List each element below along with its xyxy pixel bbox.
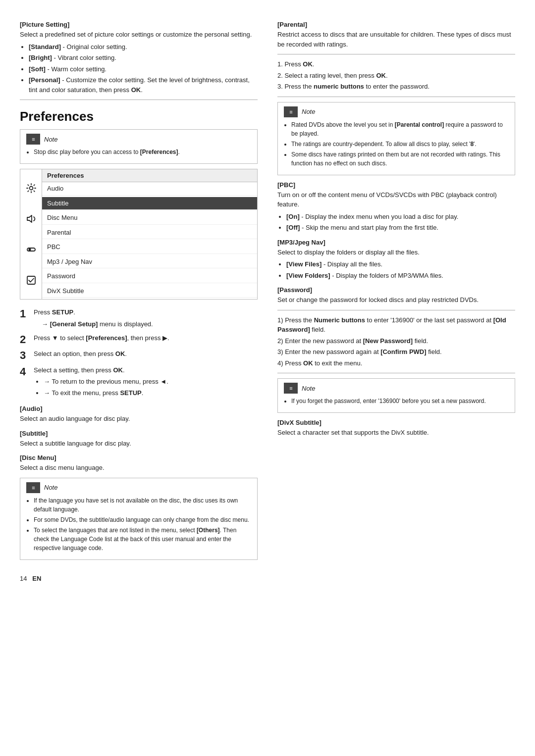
parental-section: [Parental] Restrict access to discs that… [277, 21, 515, 97]
divx-heading: [DivX Subtitle] [277, 419, 515, 426]
list-item: Rated DVDs above the level you set in [P… [291, 120, 509, 138]
gear-icon [24, 181, 38, 195]
preferences-menu: Preferences Audio Subtitle Disc Menu Par… [42, 169, 257, 299]
pref-menu-item-parental[interactable]: Parental [42, 226, 257, 240]
list-item: If you forget the password, enter '13690… [291, 397, 509, 405]
checkbox-icon [24, 273, 38, 287]
note-label: Note [44, 136, 57, 143]
password-desc: Set or change the password for locked di… [277, 295, 515, 305]
pref-menu-item-pbc[interactable]: PBC [42, 241, 257, 254]
svg-point-2 [28, 249, 31, 251]
mp3-list: [View Files] - Display all the files. [V… [286, 259, 515, 280]
mp3-desc: Select to display the folders or display… [277, 248, 515, 257]
svg-rect-1 [27, 248, 35, 251]
step-2: 2 Press ▼ to select [Preferences], then … [20, 333, 258, 346]
pbc-section: [PBC] Turn on or off the content menu of… [277, 181, 515, 233]
pbc-heading: [PBC] [277, 181, 515, 189]
note-label-3: Note [302, 108, 315, 115]
note-list-2: If the language you have set is not avai… [34, 496, 251, 553]
list-item: For some DVDs, the subtitle/audio langua… [34, 515, 251, 524]
picture-setting-list: [Standard] - Original color setting. [Br… [29, 42, 258, 95]
password-steps: 1) Press the Numeric buttons to enter '1… [277, 315, 515, 368]
list-item: [Standard] - Original color setting. [29, 42, 258, 52]
disc-menu-heading: [Disc Menu] [20, 454, 258, 461]
pref-menu-item-disc-menu[interactable]: Disc Menu [42, 211, 257, 225]
preferences-heading: Preferences [20, 109, 258, 124]
pref-menu-title: Preferences [42, 169, 257, 182]
list-item: [View Folders] - Display the folders of … [286, 271, 515, 281]
pref-menu-item-password[interactable]: Password [42, 270, 257, 283]
preferences-table: Preferences Audio Subtitle Disc Menu Par… [20, 169, 258, 300]
parental-step-2: 2. Select a rating level, then press OK. [277, 71, 515, 81]
list-item: To select the languages that are not lis… [34, 526, 251, 553]
pref-menu-item-subtitle[interactable]: Subtitle [42, 197, 257, 210]
parental-desc: Restrict access to discs that are unsuit… [277, 30, 515, 49]
note-box-3: ≡ Note Rated DVDs above the level you se… [277, 102, 515, 175]
note-list-3: Rated DVDs above the level you set in [P… [291, 120, 509, 168]
page-footer: 14 EN [20, 575, 258, 582]
divider [277, 97, 515, 97]
parental-steps: 1. Press OK. 2. Select a rating level, t… [277, 59, 515, 92]
list-item: To return to the previous menu, press ◄. [44, 377, 258, 387]
pwd-step-2: 2) Enter the new password at [New Passwo… [277, 336, 515, 346]
step-1: 1 Press SETUP. [General Setup] menu is d… [20, 307, 258, 330]
note-box-4: ≡ Note If you forget the password, enter… [277, 378, 515, 413]
list-item: [On] - Display the index menu when you l… [286, 212, 515, 222]
audio-heading: [Audio] [20, 405, 258, 412]
audio-section: [Audio] Select an audio language for dis… [20, 405, 258, 424]
note-header: ≡ Note [26, 134, 251, 145]
subtitle-desc: Select a subtitle language for disc play… [20, 439, 258, 449]
note-icon-3: ≡ [284, 106, 298, 117]
subtitle-section: [Subtitle] Select a subtitle language fo… [20, 430, 258, 449]
list-item: [Soft] - Warm color setting. [29, 64, 258, 74]
disc-menu-section: [Disc Menu] Select a disc menu language. [20, 454, 258, 473]
picture-setting-section: [Picture Setting] Select a predefined se… [20, 21, 258, 95]
disc-menu-desc: Select a disc menu language. [20, 463, 258, 473]
right-column: [Parental] Restrict access to discs that… [277, 15, 515, 582]
toggle-icon [24, 243, 38, 256]
picture-setting-intro: Select a predefined set of picture color… [20, 30, 258, 40]
pref-menu-item-divx[interactable]: DivX Subtitle [42, 285, 257, 298]
note-list: Stop disc play before you can access to … [34, 148, 251, 156]
speaker-icon [24, 212, 38, 226]
footer-lang: EN [32, 575, 41, 582]
password-heading: [Password] [277, 286, 515, 294]
step-4: 4 Select a setting, then press OK. To re… [20, 365, 258, 400]
footer-num: 14 [20, 575, 27, 582]
list-item: To exit the menu, press SETUP. [44, 388, 258, 398]
list-item: [View Files] - Display all the files. [286, 259, 515, 269]
step-4-bullets: To return to the previous menu, press ◄.… [44, 377, 258, 398]
parental-heading: [Parental] [277, 21, 515, 28]
list-item: [Personal] - Customize the color setting… [29, 75, 258, 95]
divider [277, 54, 515, 54]
parental-step-1: 1. Press OK. [277, 59, 515, 69]
pbc-list: [On] - Display the index menu when you l… [286, 212, 515, 233]
divider [20, 100, 258, 100]
pref-menu-item-audio[interactable]: Audio [42, 182, 257, 196]
list-item: [Bright] - Vibrant color setting. [29, 53, 258, 63]
list-item: Stop disc play before you can access to … [34, 148, 251, 156]
audio-desc: Select an audio language for disc play. [20, 414, 258, 424]
divx-desc: Select a character set that supports the… [277, 428, 515, 438]
svg-point-0 [29, 187, 33, 190]
pref-menu-item-mp3[interactable]: Mp3 / Jpeg Nav [42, 255, 257, 269]
note-icon: ≡ [26, 134, 40, 145]
note-icon-2: ≡ [26, 482, 40, 493]
note-box-1: ≡ Note Stop disc play before you can acc… [20, 129, 258, 164]
note-list-4: If you forget the password, enter '13690… [291, 397, 509, 405]
pref-icons [20, 169, 42, 299]
left-column: [Picture Setting] Select a predefined se… [20, 15, 258, 582]
note-label-4: Note [302, 385, 315, 392]
note-header-4: ≡ Note [284, 383, 509, 394]
list-item: The ratings are country-dependent. To al… [291, 140, 509, 149]
pwd-step-1: 1) Press the Numeric buttons to enter '1… [277, 315, 515, 335]
note-header-2: ≡ Note [26, 482, 251, 493]
list-item: If the language you have set is not avai… [34, 496, 251, 514]
step-3: 3 Select an option, then press OK. [20, 349, 258, 362]
list-item: [Off] - Skip the menu and start play fro… [286, 223, 515, 233]
note-box-2: ≡ Note If the language you have set is n… [20, 478, 258, 560]
divx-section: [DivX Subtitle] Select a character set t… [277, 419, 515, 438]
note-label-2: Note [44, 484, 57, 491]
list-item: Some discs have ratings printed on them … [291, 150, 509, 168]
pref-menu-list: Audio Subtitle Disc Menu Parental PBC Mp… [42, 182, 257, 298]
